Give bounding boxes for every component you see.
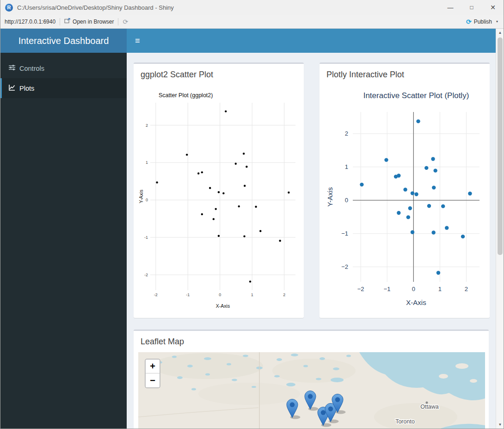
- leaflet-box: Leaflet Map: [134, 330, 489, 429]
- svg-text:−1: −1: [384, 286, 391, 292]
- sidebar-item-controls[interactable]: Controls: [0, 58, 127, 78]
- data-point: [279, 240, 281, 242]
- map-canvas[interactable]: OttawaToronto: [138, 352, 485, 429]
- data-point[interactable]: [406, 215, 410, 219]
- data-point[interactable]: [431, 230, 435, 234]
- publish-icon: ⟳: [466, 18, 472, 25]
- data-point[interactable]: [408, 206, 412, 210]
- open-in-browser-icon: [64, 18, 70, 25]
- sidebar-item-plots[interactable]: Plots: [0, 78, 127, 98]
- sidebar-item-label: Plots: [19, 85, 34, 92]
- svg-text:X-Axis: X-Axis: [406, 298, 426, 306]
- data-point: [255, 206, 257, 208]
- svg-text:Y-Axis: Y-Axis: [326, 187, 334, 207]
- publish-caret-icon[interactable]: ▾: [496, 19, 498, 24]
- data-point: [209, 187, 211, 189]
- map-city-label: Ottawa: [420, 404, 439, 410]
- data-point[interactable]: [411, 191, 414, 195]
- data-point[interactable]: [414, 193, 418, 196]
- data-point[interactable]: [433, 168, 437, 172]
- data-point: [246, 166, 247, 168]
- ggplot-box: ggplot2 Scatter Plot -2-1012-2-1012Scatt…: [134, 62, 304, 318]
- close-button[interactable]: ✕: [482, 0, 504, 15]
- publish-label: Publish: [474, 19, 492, 25]
- data-point: [235, 163, 237, 165]
- data-point: [218, 191, 220, 193]
- data-point[interactable]: [445, 226, 449, 230]
- svg-text:2: 2: [146, 123, 148, 128]
- scroll-up-button[interactable]: ▲: [496, 29, 504, 37]
- svg-text:2: 2: [345, 130, 348, 137]
- data-point[interactable]: [461, 235, 465, 238]
- svg-text:-1: -1: [186, 292, 190, 297]
- data-point[interactable]: [384, 158, 388, 162]
- svg-text:Interactive Scatter Plot (Plot: Interactive Scatter Plot (Plotly): [363, 91, 469, 100]
- sidebar-item-label: Controls: [19, 65, 44, 72]
- vertical-scrollbar[interactable]: ▲ ▼: [496, 29, 504, 429]
- scroll-down-button[interactable]: ▼: [496, 421, 504, 429]
- data-point: [243, 235, 245, 237]
- data-point: [218, 235, 220, 237]
- maximize-button[interactable]: □: [461, 0, 482, 15]
- svg-text:1: 1: [146, 160, 148, 165]
- zoom-in-button[interactable]: +: [146, 360, 160, 373]
- app-url: http://127.0.0.1:6940: [5, 19, 55, 25]
- data-point[interactable]: [360, 183, 363, 187]
- svg-text:X-Axis: X-Axis: [216, 303, 230, 309]
- data-point[interactable]: [416, 119, 420, 123]
- toolbar-separator: [118, 18, 118, 25]
- data-point: [197, 173, 199, 174]
- plotly-scatter-chart[interactable]: −2−1012−2−1012Interactive Scatter Plot (…: [324, 85, 485, 311]
- data-point[interactable]: [431, 157, 435, 161]
- svg-text:1: 1: [438, 286, 442, 292]
- svg-text:0: 0: [345, 197, 348, 204]
- minimize-button[interactable]: —: [440, 0, 461, 15]
- data-point[interactable]: [468, 192, 472, 195]
- app-window: R C:/Users/srisa/OneDrive/Desktop/Shiny …: [0, 0, 504, 429]
- data-point: [201, 213, 203, 215]
- data-point[interactable]: [432, 186, 436, 189]
- svg-text:2: 2: [283, 292, 285, 297]
- dashboard-navbar: ≡: [127, 29, 496, 53]
- svg-text:2: 2: [465, 286, 468, 292]
- data-point: [288, 192, 289, 193]
- data-point: [156, 181, 158, 183]
- ggplot-box-header: ggplot2 Scatter Plot: [134, 64, 304, 83]
- viewer-toolbar: http://127.0.0.1:6940 Open in Browser ⟳ …: [0, 15, 504, 29]
- open-in-browser-label: Open in Browser: [73, 19, 114, 25]
- scroll-thumb[interactable]: [498, 37, 503, 255]
- leaflet-map[interactable]: OttawaToronto + −: [138, 352, 485, 429]
- sidebar-toggle-button[interactable]: ≡: [127, 29, 148, 53]
- dashboard-title: Interactive Dashboard: [0, 29, 127, 53]
- svg-text:Scatter Plot (ggplot2): Scatter Plot (ggplot2): [159, 92, 213, 99]
- data-point: [259, 230, 261, 232]
- data-point[interactable]: [397, 211, 400, 215]
- data-point: [244, 185, 246, 187]
- plotly-box-header: Plotly Interactive Plot: [320, 64, 490, 83]
- data-point[interactable]: [441, 204, 445, 208]
- data-point: [201, 171, 203, 173]
- data-point[interactable]: [436, 271, 440, 274]
- svg-text:−1: −1: [341, 230, 348, 237]
- svg-text:-1: -1: [144, 235, 148, 240]
- svg-text:Y-Axis: Y-Axis: [138, 190, 144, 203]
- title-bar[interactable]: R C:/Users/srisa/OneDrive/Desktop/Shiny …: [0, 0, 504, 15]
- map-zoom-control: + −: [145, 359, 160, 388]
- publish-button[interactable]: Publish: [474, 19, 492, 25]
- open-in-browser-button[interactable]: Open in Browser: [64, 18, 114, 25]
- svg-text:0: 0: [146, 198, 148, 202]
- map-city-label: Toronto: [395, 418, 415, 425]
- data-point[interactable]: [397, 174, 400, 177]
- data-point[interactable]: [411, 230, 414, 234]
- dashboard-header: Interactive Dashboard ≡: [0, 29, 496, 53]
- data-point[interactable]: [403, 187, 407, 191]
- data-point[interactable]: [424, 166, 428, 170]
- toolbar-separator: [60, 18, 60, 25]
- refresh-icon[interactable]: ⟳: [123, 18, 128, 25]
- zoom-out-button[interactable]: −: [146, 373, 160, 387]
- main-content: ggplot2 Scatter Plot -2-1012-2-1012Scatt…: [127, 53, 496, 429]
- window-title: C:/Users/srisa/OneDrive/Desktop/Shiny Da…: [17, 4, 440, 11]
- data-point[interactable]: [427, 204, 431, 208]
- leaflet-box-header: Leaflet Map: [134, 331, 489, 350]
- svg-text:1: 1: [345, 163, 348, 170]
